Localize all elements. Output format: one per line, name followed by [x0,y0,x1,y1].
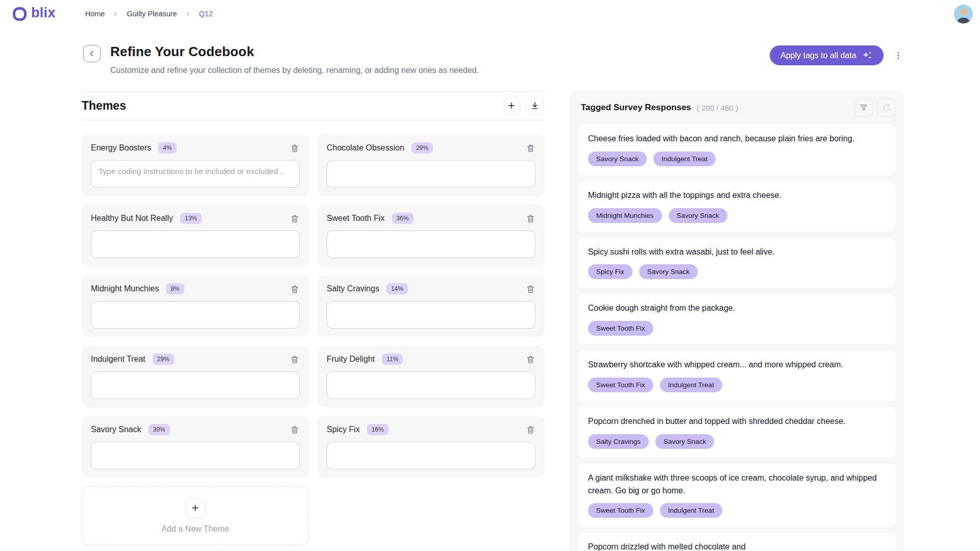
page-header: Refine Your Codebook Customize and refin… [83,44,479,75]
delete-theme-button[interactable] [290,355,300,364]
delete-theme-button[interactable] [526,214,535,223]
plus-icon [190,503,200,513]
delete-theme-button[interactable] [526,284,535,294]
theme-card: Indulgent Treat 29% [82,345,309,408]
theme-percent-badge: 11% [382,354,403,365]
page-title: Refine Your Codebook [110,44,479,60]
trash-icon [290,284,300,294]
delete-theme-button[interactable] [290,214,300,223]
apply-tags-button[interactable]: Apply tags to all data [770,45,884,65]
theme-name: Chocolate Obsession [327,143,404,153]
theme-percent-badge: 29% [411,142,433,154]
trash-icon [526,355,535,364]
response-tag[interactable]: Salty Cravings [588,434,649,449]
page-subtitle: Customize and refine your collection of … [110,66,479,75]
response-tag[interactable]: Sweet Tooth Fix [588,503,653,518]
export-themes-button[interactable] [526,97,544,114]
response-card: Cookie dough straight from the package. … [578,294,896,344]
trash-icon [526,214,535,223]
response-tag[interactable]: Savory Snack [588,152,647,166]
trash-icon [290,214,300,223]
delete-theme-button[interactable] [526,425,535,435]
response-card: Popcorn drizzled with melted chocolate a… [578,533,896,551]
delete-theme-button[interactable] [526,143,535,153]
theme-instructions-input[interactable] [91,442,300,469]
response-tag[interactable]: Indulgent Treat [660,503,722,518]
breadcrumb-q12[interactable]: Q12 [199,10,213,18]
back-button[interactable] [83,45,101,62]
response-tag[interactable]: Sweet Tooth Fix [588,378,653,392]
apply-tags-label: Apply tags to all data [780,51,856,60]
themes-title: Themes [82,99,126,113]
trash-icon [526,284,535,294]
response-card: A giant milkshake with three scoops of i… [578,464,896,527]
theme-percent-badge: 13% [180,213,202,224]
theme-instructions-input[interactable] [327,371,535,399]
filter-responses-button[interactable] [854,98,873,117]
user-avatar[interactable] [954,5,973,23]
themes-header: Themes [82,91,545,120]
theme-instructions-input[interactable] [327,160,535,188]
theme-percent-badge: 36% [392,213,413,224]
theme-percent-badge: 30% [149,424,170,435]
response-card: Cheese fries loaded with bacon and ranch… [578,124,896,175]
theme-instructions-input[interactable] [91,301,300,329]
trash-icon [290,355,300,364]
brand-logo[interactable]: blix [13,7,56,21]
response-card: Strawberry shortcake with whipped cream.… [578,350,896,401]
theme-card: Fruity Delight 11% [317,345,545,408]
responses-panel-title: Tagged Survey Responses [581,103,691,113]
response-text: Cookie dough straight from the package. [588,302,886,315]
theme-instructions-input[interactable] [91,231,300,258]
more-options-button[interactable] [890,47,906,64]
response-card: Midnight pizza with all the toppings and… [578,181,896,232]
breadcrumb-guilty-pleasure[interactable]: Guilty Pleasure [127,10,177,18]
response-tag[interactable]: Savory Snack [669,208,727,223]
theme-instructions-input[interactable] [91,160,300,188]
theme-name: Salty Cravings [327,284,379,293]
theme-instructions-input[interactable] [327,301,535,329]
response-text: Cheese fries loaded with bacon and ranch… [588,133,886,145]
breadcrumb-home[interactable]: Home [85,10,105,18]
top-nav: blix Home Guilty Pleasure Q12 [0,0,980,24]
delete-theme-button[interactable] [290,284,300,294]
chevron-right-icon [185,11,191,17]
response-tag[interactable]: Savory Snack [639,264,698,279]
theme-card: Salty Cravings 14% [317,275,545,337]
response-text: Strawberry shortcake with whipped cream.… [588,359,886,371]
theme-card: Energy Boosters 4% [82,134,309,196]
tagged-responses-panel: Tagged Survey Responses ( 200 / 480 ) Ch… [570,90,904,551]
response-tag[interactable]: Savory Snack [655,434,714,449]
delete-theme-button[interactable] [290,425,300,435]
filter-icon [859,103,868,112]
add-new-theme-card[interactable]: Add a New Theme [82,486,309,545]
theme-card: Spicy Fix 16% [317,416,545,478]
delete-theme-button[interactable] [290,143,300,153]
theme-card: Savory Snack 30% [82,416,309,478]
response-tag[interactable]: Midnight Munchies [588,208,662,223]
responses-panel-header: Tagged Survey Responses ( 200 / 480 ) [570,90,904,123]
refresh-responses-button[interactable] [877,98,896,117]
theme-instructions-input[interactable] [91,371,300,399]
delete-theme-button[interactable] [526,355,535,364]
response-tag[interactable]: Indulgent Treat [660,378,722,392]
response-card: Popcorn drenched in butter and topped wi… [578,407,896,458]
add-theme-header-button[interactable] [503,97,520,114]
refresh-icon [882,103,891,112]
theme-name: Midnight Munchies [91,284,159,293]
add-new-theme-button[interactable] [186,498,205,518]
theme-percent-badge: 29% [153,354,174,365]
response-tag[interactable]: Sweet Tooth Fix [588,321,653,336]
responses-list: Cheese fries loaded with bacon and ranch… [570,123,904,551]
theme-instructions-input[interactable] [327,442,535,469]
theme-card: Chocolate Obsession 29% [317,134,545,196]
response-tag[interactable]: Indulgent Treat [653,152,716,166]
trash-icon [290,143,300,153]
person-icon [954,5,973,23]
theme-percent-badge: 16% [367,424,388,435]
theme-instructions-input[interactable] [327,231,535,258]
sparkles-icon [862,50,873,61]
brand-name: blix [31,5,56,21]
theme-name: Sweet Tooth Fix [327,214,385,223]
response-tag[interactable]: Spicy Fix [588,264,632,279]
